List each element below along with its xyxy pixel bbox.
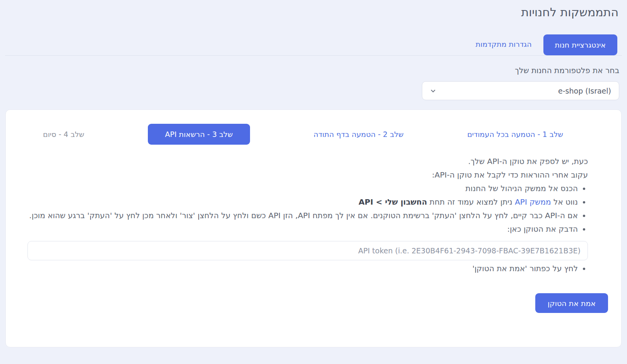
actions-row: אמת את הטוקן [27, 293, 588, 313]
store-platform-select[interactable]: e-shop (Israel) [422, 81, 619, 100]
platform-label: בחר את פלטפורמת החנות שלך [8, 66, 619, 75]
intro-line-2: עקוב אחרי ההוראות כדי לקבל את טוקן ה-API… [27, 168, 588, 182]
list-item-copy-or-create: אם ה-API כבר קיים, לחץ על הלחצן 'העתק' ב… [27, 209, 578, 222]
instruction-text: הכנס אל ממשק הניהול של החנות [466, 184, 578, 193]
instruction-text: לחץ על כפתור 'אמת את הטוקן' [472, 264, 578, 273]
instruction-text: הדבק את הטוקן כאן: [507, 224, 578, 234]
list-item-navigate: נווט אל ממשק API ניתן למצוא עמוד זה תחת … [27, 195, 578, 209]
instruction-text: ניתן למצוא עמוד זה תחת [427, 197, 515, 207]
tab-advanced-settings[interactable]: הגדרות מתקדמות [476, 40, 532, 50]
intro-line-1: כעת, יש לספק את טוקן ה-API שלך. [27, 155, 588, 168]
instruction-text: נווט אל [551, 197, 578, 207]
integration-card: שלב 1 - הטמעה בכל העמודים שלב 2 - הטמעה … [5, 109, 622, 347]
page-title: התממשקות לחנויות [9, 5, 618, 19]
step-3-tab-active[interactable]: שלב 3 - הרשאות API [148, 124, 250, 145]
page-header: התממשקות לחנויות אינטגרציית חנות הגדרות … [0, 5, 627, 56]
steps-nav: שלב 1 - הטמעה בכל העמודים שלב 2 - הטמעה … [6, 124, 621, 145]
account-api-path: החשבון שלי > API [359, 197, 427, 207]
tab-store-integration[interactable]: אינטגרציית חנות [543, 34, 617, 55]
top-tabs: אינטגרציית חנות הגדרות מתקדמות [5, 34, 622, 56]
list-item-click-validate: לחץ על כפתור 'אמת את הטוקן' [27, 262, 578, 275]
api-interface-link[interactable]: ממשק API [515, 197, 551, 207]
step-2-tab[interactable]: שלב 2 - הטמעה בדף התודה [314, 130, 404, 138]
instruction-text: אם ה-API כבר קיים, לחץ על הלחצן 'העתק' ב… [29, 211, 578, 220]
instructions: כעת, יש לספק את טוקן ה-API שלך. עקוב אחר… [6, 145, 621, 313]
list-item-paste-here: הדבק את הטוקן כאן: [27, 222, 578, 236]
selected-platform-value: e-shop (Israel) [558, 87, 611, 95]
chevron-down-icon [430, 88, 436, 94]
validate-token-button[interactable]: אמת את הטוקן [535, 293, 608, 313]
instructions-list-continued: לחץ על כפתור 'אמת את הטוקן' [27, 262, 588, 275]
instructions-list: הכנס אל ממשק הניהול של החנות נווט אל ממש… [27, 182, 588, 236]
list-item-enter-admin: הכנס אל ממשק הניהול של החנות [27, 182, 578, 195]
step-1-tab[interactable]: שלב 1 - הטמעה בכל העמודים [467, 130, 563, 138]
api-token-input[interactable] [27, 241, 588, 260]
platform-section: בחר את פלטפורמת החנות שלך e-shop (Israel… [8, 66, 619, 100]
step-4-tab[interactable]: שלב 4 - סיום [43, 130, 84, 138]
